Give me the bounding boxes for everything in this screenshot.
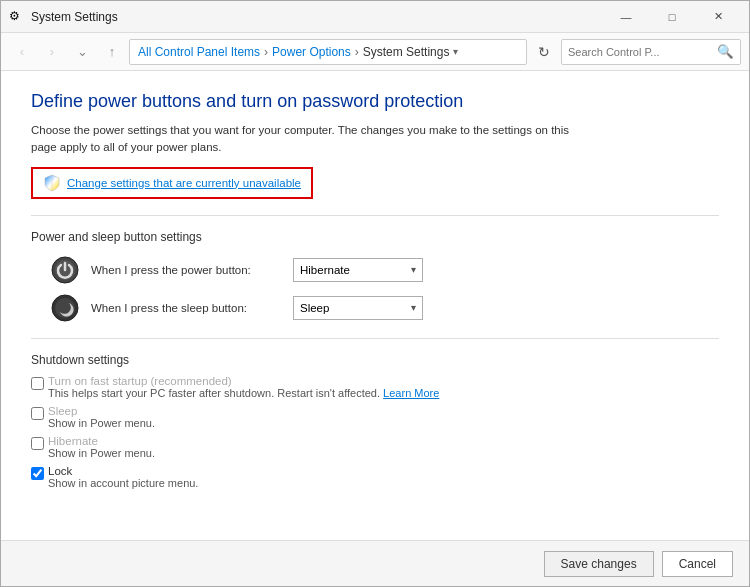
breadcrumb-power-options[interactable]: Power Options	[272, 45, 351, 59]
cancel-button[interactable]: Cancel	[662, 551, 733, 577]
divider-1	[31, 215, 719, 216]
search-input[interactable]	[568, 46, 712, 58]
power-button-label: When I press the power button:	[91, 264, 281, 276]
address-bar: ‹ › ⌄ ↑ All Control Panel Items › Power …	[1, 33, 749, 71]
power-button-icon	[51, 256, 79, 284]
divider-2	[31, 338, 719, 339]
change-settings-link[interactable]: Change settings that are currently unava…	[67, 177, 301, 189]
footer: Save changes Cancel	[1, 540, 749, 586]
window-controls: — □ ✕	[603, 1, 741, 33]
sleep-dropdown-arrow-icon: ▾	[411, 302, 416, 313]
search-icon[interactable]: 🔍	[716, 43, 734, 61]
hibernate-row: Hibernate Show in Power menu.	[31, 435, 719, 459]
breadcrumb-control-panel[interactable]: All Control Panel Items	[138, 45, 260, 59]
change-settings-box[interactable]: Change settings that are currently unava…	[31, 167, 313, 199]
learn-more-link[interactable]: Learn More	[383, 387, 439, 399]
search-box: 🔍	[561, 39, 741, 65]
up-button[interactable]: ↑	[99, 39, 125, 65]
window-icon: ⚙	[9, 9, 25, 25]
forward-button[interactable]: ›	[39, 39, 65, 65]
fast-startup-checkbox[interactable]	[31, 377, 44, 390]
lock-label: Lock	[48, 465, 198, 477]
recent-button[interactable]: ⌄	[69, 39, 95, 65]
sleep-button-label: When I press the sleep button:	[91, 302, 281, 314]
hibernate-checkbox[interactable]	[31, 437, 44, 450]
main-content: Define power buttons and turn on passwor…	[1, 71, 749, 540]
power-sleep-section-title: Power and sleep button settings	[31, 230, 719, 244]
sleep-checkbox[interactable]	[31, 407, 44, 420]
minimize-button[interactable]: —	[603, 1, 649, 33]
sleep-button-row: When I press the sleep button: Sleep ▾	[51, 294, 719, 322]
sleep-button-icon	[51, 294, 79, 322]
sleep-row: Sleep Show in Power menu.	[31, 405, 719, 429]
fast-startup-row: Turn on fast startup (recommended) This …	[31, 375, 719, 399]
page-title: Define power buttons and turn on passwor…	[31, 91, 719, 112]
breadcrumb: All Control Panel Items › Power Options …	[129, 39, 527, 65]
power-button-row: When I press the power button: Hibernate…	[51, 256, 719, 284]
sleep-button-dropdown[interactable]: Sleep ▾	[293, 296, 423, 320]
shutdown-section: Shutdown settings Turn on fast startup (…	[31, 353, 719, 489]
refresh-button[interactable]: ↻	[531, 39, 557, 65]
maximize-button[interactable]: □	[649, 1, 695, 33]
breadcrumb-system-settings: System Settings	[363, 45, 450, 59]
lock-checkbox[interactable]	[31, 467, 44, 480]
power-button-value: Hibernate	[300, 264, 350, 276]
shutdown-section-title: Shutdown settings	[31, 353, 719, 367]
window-title: System Settings	[31, 10, 603, 24]
lock-row: Lock Show in account picture menu.	[31, 465, 719, 489]
hibernate-label: Hibernate	[48, 435, 155, 447]
save-changes-button[interactable]: Save changes	[544, 551, 654, 577]
sleep-shutdown-sub: Show in Power menu.	[48, 417, 155, 429]
page-desc-line1: Choose the power settings that you want …	[31, 124, 569, 136]
hibernate-sub: Show in Power menu.	[48, 447, 155, 459]
shield-icon	[43, 174, 61, 192]
system-settings-window: ⚙ System Settings — □ ✕ ‹ › ⌄ ↑ All Cont…	[0, 0, 750, 587]
power-dropdown-arrow-icon: ▾	[411, 264, 416, 275]
sleep-button-value: Sleep	[300, 302, 329, 314]
page-description: Choose the power settings that you want …	[31, 122, 719, 157]
sleep-shutdown-label: Sleep	[48, 405, 155, 417]
page-desc-line2: page apply to all of your power plans.	[31, 141, 222, 153]
close-button[interactable]: ✕	[695, 1, 741, 33]
power-button-dropdown[interactable]: Hibernate ▾	[293, 258, 423, 282]
lock-sub: Show in account picture menu.	[48, 477, 198, 489]
title-bar: ⚙ System Settings — □ ✕	[1, 1, 749, 33]
back-button[interactable]: ‹	[9, 39, 35, 65]
fast-startup-label: Turn on fast startup (recommended)	[48, 375, 439, 387]
fast-startup-sub: This helps start your PC faster after sh…	[48, 387, 439, 399]
breadcrumb-chevron-icon: ▾	[453, 46, 458, 57]
button-settings: When I press the power button: Hibernate…	[51, 256, 719, 322]
